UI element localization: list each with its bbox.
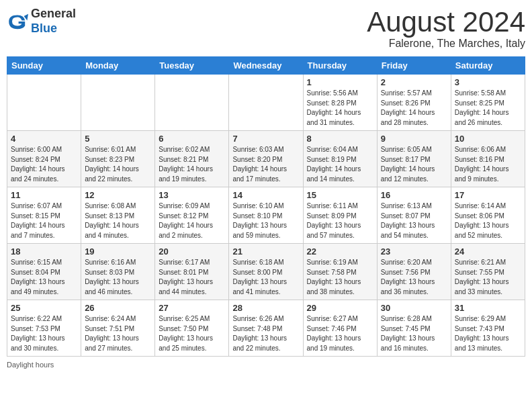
- cell-info: Sunrise: 5:56 AM Sunset: 8:28 PM Dayligh…: [307, 89, 373, 128]
- calendar-cell: 30Sunrise: 6:28 AM Sunset: 7:45 PM Dayli…: [377, 300, 451, 357]
- day-number: 16: [381, 190, 447, 200]
- weekday-header-cell: Friday: [377, 57, 451, 75]
- day-number: 30: [381, 303, 447, 313]
- calendar-table: SundayMondayTuesdayWednesdayThursdayFrid…: [7, 56, 525, 357]
- calendar-cell: [229, 75, 303, 131]
- calendar-cell: 10Sunrise: 6:06 AM Sunset: 8:16 PM Dayli…: [451, 131, 525, 187]
- calendar-cell: 29Sunrise: 6:27 AM Sunset: 7:46 PM Dayli…: [303, 300, 377, 357]
- calendar-cell: 9Sunrise: 6:05 AM Sunset: 8:17 PM Daylig…: [377, 131, 451, 187]
- cell-info: Sunrise: 6:11 AM Sunset: 8:09 PM Dayligh…: [307, 201, 373, 240]
- cell-info: Sunrise: 5:57 AM Sunset: 8:26 PM Dayligh…: [381, 89, 447, 128]
- cell-info: Sunrise: 6:05 AM Sunset: 8:17 PM Dayligh…: [381, 145, 447, 184]
- calendar-cell: 25Sunrise: 6:22 AM Sunset: 7:53 PM Dayli…: [7, 300, 81, 357]
- calendar-week-row: 11Sunrise: 6:07 AM Sunset: 8:15 PM Dayli…: [7, 187, 525, 244]
- day-number: 27: [159, 303, 225, 313]
- calendar-cell: 16Sunrise: 6:13 AM Sunset: 8:07 PM Dayli…: [377, 187, 451, 244]
- logo-general-text: General: [31, 7, 76, 20]
- weekday-header-cell: Tuesday: [155, 57, 229, 75]
- calendar-cell: 3Sunrise: 5:58 AM Sunset: 8:25 PM Daylig…: [451, 75, 525, 131]
- cell-info: Sunrise: 6:17 AM Sunset: 8:01 PM Dayligh…: [159, 258, 225, 297]
- calendar-week-row: 25Sunrise: 6:22 AM Sunset: 7:53 PM Dayli…: [7, 300, 525, 357]
- calendar-cell: 1Sunrise: 5:56 AM Sunset: 8:28 PM Daylig…: [303, 75, 377, 131]
- day-number: 31: [455, 303, 521, 313]
- calendar-cell: 11Sunrise: 6:07 AM Sunset: 8:15 PM Dayli…: [7, 187, 81, 244]
- cell-info: Sunrise: 6:25 AM Sunset: 7:50 PM Dayligh…: [159, 314, 225, 353]
- day-number: 7: [232, 134, 299, 144]
- calendar-cell: 18Sunrise: 6:15 AM Sunset: 8:04 PM Dayli…: [7, 244, 81, 300]
- day-number: 26: [85, 303, 151, 313]
- day-number: 17: [455, 190, 521, 200]
- calendar-cell: 24Sunrise: 6:21 AM Sunset: 7:55 PM Dayli…: [451, 244, 525, 300]
- day-number: 2: [381, 77, 447, 87]
- logo-icon: [7, 11, 28, 32]
- cell-info: Sunrise: 6:08 AM Sunset: 8:13 PM Dayligh…: [85, 201, 151, 240]
- weekday-header-cell: Sunday: [7, 57, 81, 75]
- cell-info: Sunrise: 6:24 AM Sunset: 7:51 PM Dayligh…: [85, 314, 151, 353]
- cell-info: Sunrise: 6:15 AM Sunset: 8:04 PM Dayligh…: [11, 258, 77, 297]
- day-number: 25: [11, 303, 77, 313]
- cell-info: Sunrise: 6:14 AM Sunset: 8:06 PM Dayligh…: [455, 201, 521, 240]
- calendar-cell: [7, 75, 81, 131]
- day-number: 10: [455, 134, 521, 144]
- day-number: 4: [11, 134, 77, 144]
- calendar-cell: 19Sunrise: 6:16 AM Sunset: 8:03 PM Dayli…: [81, 244, 155, 300]
- calendar-cell: 12Sunrise: 6:08 AM Sunset: 8:13 PM Dayli…: [81, 187, 155, 244]
- location-title: Falerone, The Marches, Italy: [367, 38, 525, 50]
- day-number: 21: [232, 246, 299, 257]
- logo: General Blue: [7, 7, 76, 36]
- calendar-cell: 23Sunrise: 6:20 AM Sunset: 7:56 PM Dayli…: [377, 244, 451, 300]
- day-number: 14: [232, 190, 299, 200]
- calendar-cell: 8Sunrise: 6:04 AM Sunset: 8:19 PM Daylig…: [303, 131, 377, 187]
- calendar-cell: 22Sunrise: 6:19 AM Sunset: 7:58 PM Dayli…: [303, 244, 377, 300]
- logo-blue-text: Blue: [31, 21, 57, 35]
- cell-info: Sunrise: 6:02 AM Sunset: 8:21 PM Dayligh…: [159, 145, 225, 184]
- day-number: 9: [381, 134, 447, 144]
- day-number: 6: [159, 134, 225, 144]
- calendar-cell: 6Sunrise: 6:02 AM Sunset: 8:21 PM Daylig…: [155, 131, 229, 187]
- cell-info: Sunrise: 6:01 AM Sunset: 8:23 PM Dayligh…: [85, 145, 151, 184]
- day-number: 11: [11, 190, 77, 200]
- cell-info: Sunrise: 6:03 AM Sunset: 8:20 PM Dayligh…: [232, 145, 299, 184]
- calendar-cell: 20Sunrise: 6:17 AM Sunset: 8:01 PM Dayli…: [155, 244, 229, 300]
- cell-info: Sunrise: 6:22 AM Sunset: 7:53 PM Dayligh…: [11, 314, 77, 353]
- day-number: 12: [85, 190, 151, 200]
- calendar-cell: [155, 75, 229, 131]
- calendar-cell: 21Sunrise: 6:18 AM Sunset: 8:00 PM Dayli…: [229, 244, 303, 300]
- calendar-cell: 5Sunrise: 6:01 AM Sunset: 8:23 PM Daylig…: [81, 131, 155, 187]
- calendar-cell: 7Sunrise: 6:03 AM Sunset: 8:20 PM Daylig…: [229, 131, 303, 187]
- calendar-week-row: 4Sunrise: 6:00 AM Sunset: 8:24 PM Daylig…: [7, 131, 525, 187]
- cell-info: Sunrise: 6:04 AM Sunset: 8:19 PM Dayligh…: [307, 145, 373, 184]
- calendar-cell: 31Sunrise: 6:29 AM Sunset: 7:43 PM Dayli…: [451, 300, 525, 357]
- weekday-header-cell: Thursday: [303, 57, 377, 75]
- calendar-cell: 17Sunrise: 6:14 AM Sunset: 8:06 PM Dayli…: [451, 187, 525, 244]
- day-number: 13: [159, 190, 225, 200]
- cell-info: Sunrise: 6:00 AM Sunset: 8:24 PM Dayligh…: [11, 145, 77, 184]
- weekday-header-cell: Saturday: [451, 57, 525, 75]
- calendar-cell: 2Sunrise: 5:57 AM Sunset: 8:26 PM Daylig…: [377, 75, 451, 131]
- cell-info: Sunrise: 6:06 AM Sunset: 8:16 PM Dayligh…: [455, 145, 521, 184]
- day-number: 1: [307, 77, 373, 87]
- day-number: 18: [11, 246, 77, 257]
- cell-info: Sunrise: 5:58 AM Sunset: 8:25 PM Dayligh…: [455, 89, 521, 128]
- calendar-cell: [81, 75, 155, 131]
- calendar-cell: 26Sunrise: 6:24 AM Sunset: 7:51 PM Dayli…: [81, 300, 155, 357]
- cell-info: Sunrise: 6:29 AM Sunset: 7:43 PM Dayligh…: [455, 314, 521, 353]
- cell-info: Sunrise: 6:19 AM Sunset: 7:58 PM Dayligh…: [307, 258, 373, 297]
- calendar-cell: 28Sunrise: 6:26 AM Sunset: 7:48 PM Dayli…: [229, 300, 303, 357]
- cell-info: Sunrise: 6:27 AM Sunset: 7:46 PM Dayligh…: [307, 314, 373, 353]
- calendar-cell: 27Sunrise: 6:25 AM Sunset: 7:50 PM Dayli…: [155, 300, 229, 357]
- title-area: August 2024 Falerone, The Marches, Italy: [367, 7, 525, 50]
- calendar-cell: 14Sunrise: 6:10 AM Sunset: 8:10 PM Dayli…: [229, 187, 303, 244]
- footer-note: Daylight hours: [7, 361, 525, 369]
- day-number: 5: [85, 134, 151, 144]
- day-number: 29: [307, 303, 373, 313]
- weekday-header-cell: Monday: [81, 57, 155, 75]
- header: General Blue August 2024 Falerone, The M…: [7, 7, 525, 50]
- cell-info: Sunrise: 6:18 AM Sunset: 8:00 PM Dayligh…: [232, 258, 299, 297]
- cell-info: Sunrise: 6:16 AM Sunset: 8:03 PM Dayligh…: [85, 258, 151, 297]
- day-number: 8: [307, 134, 373, 144]
- calendar-week-row: 1Sunrise: 5:56 AM Sunset: 8:28 PM Daylig…: [7, 75, 525, 131]
- calendar-week-row: 18Sunrise: 6:15 AM Sunset: 8:04 PM Dayli…: [7, 244, 525, 300]
- cell-info: Sunrise: 6:28 AM Sunset: 7:45 PM Dayligh…: [381, 314, 447, 353]
- calendar-cell: 4Sunrise: 6:00 AM Sunset: 8:24 PM Daylig…: [7, 131, 81, 187]
